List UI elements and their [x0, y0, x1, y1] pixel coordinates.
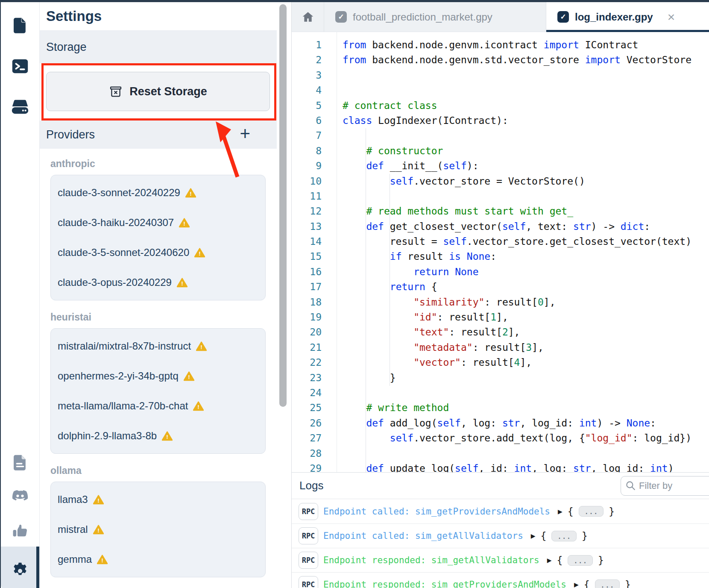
model-item[interactable]: gemma! — [51, 544, 265, 574]
trash-box-icon — [109, 85, 123, 98]
line-number: 1 — [292, 38, 337, 53]
home-button[interactable] — [292, 2, 324, 32]
window-left-border — [0, 0, 1, 588]
code-line: } — [343, 370, 709, 385]
tab-label: log_indexer.gpy — [575, 11, 653, 23]
line-number: 17 — [292, 279, 337, 294]
model-name: mistral — [58, 523, 88, 535]
warning-icon: ! — [162, 431, 173, 441]
model-item[interactable]: mistral! — [51, 514, 265, 544]
ellipsis-chip[interactable]: ... — [551, 531, 577, 541]
close-brace: } — [598, 555, 604, 566]
svg-text:!: ! — [183, 220, 185, 226]
line-number: 29 — [292, 461, 337, 472]
tab-football-prediction-market[interactable]: ✓ football_prediction_market.gpy — [324, 2, 546, 32]
warning-icon: ! — [184, 371, 194, 381]
model-item[interactable]: claude-3-sonnet-20240229! — [51, 178, 265, 208]
docs-nav[interactable] — [1, 450, 39, 476]
model-name: claude-3-opus-20240229 — [58, 276, 172, 288]
left-nav-rail — [1, 2, 40, 588]
code-editor[interactable]: 1234567891011121314151617181920212223242… — [292, 32, 709, 472]
model-card: claude-3-sonnet-20240229!claude-3-haiku-… — [50, 175, 266, 300]
line-number: 2 — [292, 53, 337, 68]
ellipsis-chip[interactable]: ... — [568, 555, 593, 566]
storage-section-body: Reset Storage — [39, 63, 277, 121]
reset-storage-button[interactable]: Reset Storage — [46, 72, 270, 111]
line-number: 12 — [292, 204, 337, 219]
code-line: def update_log(self, id: int, log: str, … — [343, 461, 709, 472]
warning-icon: ! — [93, 525, 104, 535]
tab-label: football_prediction_market.gpy — [353, 11, 492, 23]
svg-text:!: ! — [97, 497, 100, 503]
svg-text:!: ! — [101, 557, 103, 563]
log-entry[interactable]: RPCEndpoint responded: sim_getAllValidat… — [292, 548, 709, 572]
model-item[interactable]: openhermes-2-yi-34b-gptq! — [51, 361, 265, 391]
expand-arrow-icon[interactable]: ▶ — [574, 581, 579, 588]
ellipsis-chip[interactable]: ... — [579, 506, 604, 517]
expand-arrow-icon[interactable]: ▶ — [547, 557, 552, 564]
storage-drive-nav[interactable] — [1, 94, 39, 120]
model-name: claude-3-5-sonnet-20240620 — [58, 247, 189, 259]
model-item[interactable]: claude-3-opus-20240229! — [51, 268, 265, 297]
model-item[interactable]: dolphin-2.9-llama3-8b! — [51, 421, 265, 451]
tab-log-indexer[interactable]: ✓ log_indexer.gpy × — [546, 2, 709, 32]
terminal-nav[interactable] — [1, 53, 39, 79]
thumbs-up-icon — [10, 521, 30, 541]
line-number: 20 — [292, 325, 337, 340]
model-name: mistralai/mixtral-8x7b-instruct — [58, 340, 191, 352]
provider-groups: anthropicclaude-3-sonnet-20240229!claude… — [39, 158, 277, 588]
file-check-icon: ✓ — [557, 11, 569, 23]
code-line — [343, 83, 709, 98]
log-message: Endpoint responded: sim_getAllValidators — [323, 555, 539, 565]
line-number: 23 — [292, 370, 337, 385]
model-item[interactable]: llama3! — [51, 485, 265, 514]
expand-arrow-icon[interactable]: ▶ — [558, 508, 563, 515]
page-title: Settings — [39, 2, 277, 31]
model-item[interactable]: claude-3-haiku-20240307! — [51, 208, 265, 238]
log-entry[interactable]: RPCEndpoint called: sim_getAllValidators… — [292, 523, 709, 548]
code-line: self.vector_store = VectorStore() — [343, 174, 709, 189]
warning-icon: ! — [177, 278, 188, 288]
code-line: result = self.vector_store.get_closest_v… — [343, 234, 709, 249]
contracts-file-icon[interactable] — [1, 13, 39, 38]
model-item[interactable]: mistralai/mixtral-8x7b-instruct! — [51, 331, 265, 361]
code-line: # constructor — [343, 144, 709, 159]
file-check-icon: ✓ — [335, 11, 347, 23]
feedback-nav[interactable] — [1, 518, 39, 544]
expand-arrow-icon[interactable]: ▶ — [531, 532, 536, 539]
warning-icon: ! — [196, 341, 207, 351]
code-line: if result is None: — [343, 249, 709, 264]
model-name: claude-3-sonnet-20240229 — [58, 187, 180, 199]
svg-text:!: ! — [97, 527, 100, 533]
line-number: 5 — [292, 98, 337, 113]
storage-section-header: Storage — [39, 31, 277, 63]
close-tab-icon[interactable]: × — [668, 11, 675, 24]
search-icon — [625, 480, 636, 491]
discord-nav[interactable] — [1, 483, 39, 509]
line-number: 9 — [292, 159, 337, 173]
line-number: 10 — [292, 174, 337, 189]
warning-icon: ! — [179, 218, 190, 228]
settings-scrollbar[interactable] — [279, 4, 287, 407]
svg-text:!: ! — [190, 190, 192, 197]
gear-icon — [10, 559, 30, 579]
app-window: Settings Storage Reset Storage Providers… — [0, 0, 709, 588]
code-line: # read methods must start with get_ — [343, 204, 709, 219]
model-item[interactable]: claude-3-5-sonnet-20240620! — [51, 238, 265, 268]
code-line: "metadata": result[3], — [343, 340, 709, 355]
rpc-badge: RPC — [299, 503, 318, 520]
provider-group-label: heuristai — [50, 312, 266, 323]
close-brace: } — [625, 579, 631, 588]
add-provider-button[interactable]: + — [240, 125, 250, 143]
model-item[interactable]: meta-llama/llama-2-70b-chat! — [51, 391, 265, 421]
editor-pane: ✓ football_prediction_market.gpy ✓ log_i… — [291, 2, 709, 588]
settings-nav[interactable] — [1, 556, 39, 582]
log-entry[interactable]: RPCEndpoint responded: sim_getProvidersA… — [292, 572, 709, 588]
close-brace: } — [609, 506, 615, 517]
log-entry[interactable]: RPCEndpoint called: sim_getProvidersAndM… — [292, 499, 709, 523]
line-number: 15 — [292, 249, 337, 264]
ellipsis-chip[interactable]: ... — [595, 579, 620, 588]
storage-header-label: Storage — [46, 41, 87, 54]
line-number: 26 — [292, 416, 337, 431]
line-number: 18 — [292, 295, 337, 310]
